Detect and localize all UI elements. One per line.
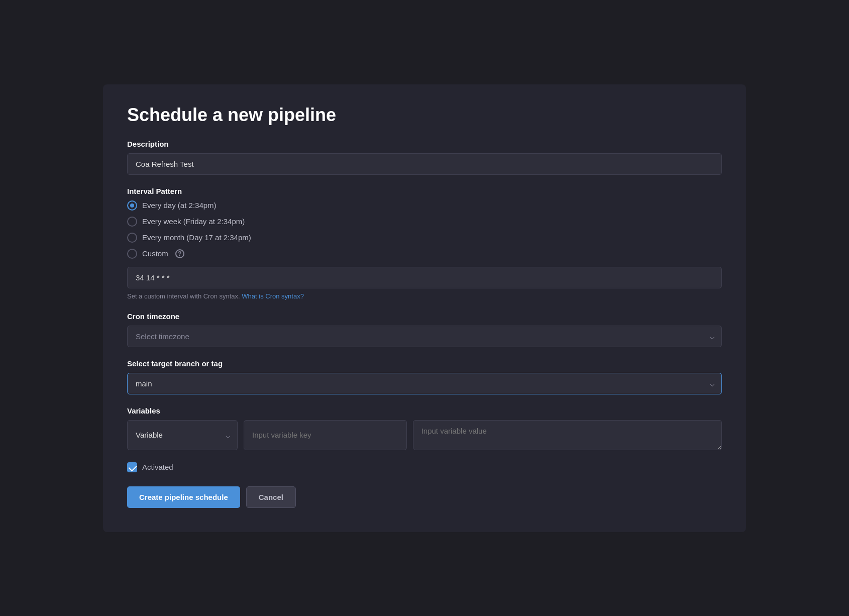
variable-key-input[interactable] [244,420,407,450]
radio-monthly[interactable] [127,233,137,243]
variables-label: Variables [127,406,722,415]
timezone-select-wrapper: Select timezone UTC America/New_York Ame… [127,326,722,347]
description-input[interactable] [127,153,722,175]
radio-item-daily[interactable]: Every day (at 2:34pm) [127,200,722,211]
cron-hint: Set a custom interval with Cron syntax. … [127,292,722,300]
radio-custom[interactable] [127,249,137,259]
radio-daily[interactable] [127,200,137,211]
radio-item-custom[interactable]: Custom ? [127,249,722,259]
interval-pattern-label: Interval Pattern [127,187,722,195]
interval-radio-group: Every day (at 2:34pm) Every week (Friday… [127,200,722,259]
schedule-pipeline-modal: Schedule a new pipeline Description Inte… [103,84,746,532]
radio-item-monthly[interactable]: Every month (Day 17 at 2:34pm) [127,233,722,243]
cron-syntax-link[interactable]: What is Cron syntax? [242,292,304,300]
radio-custom-label: Custom [142,249,168,258]
create-pipeline-button[interactable]: Create pipeline schedule [127,486,240,508]
cron-timezone-label: Cron timezone [127,312,722,321]
radio-weekly-label: Every week (Friday at 2:34pm) [142,217,245,226]
interval-pattern-section: Interval Pattern Every day (at 2:34pm) E… [127,187,722,300]
activated-label[interactable]: Activated [142,463,173,471]
page-title: Schedule a new pipeline [127,105,722,126]
cron-timezone-section: Cron timezone Select timezone UTC Americ… [127,312,722,347]
activated-checkbox[interactable] [127,462,137,472]
variables-section: Variables Variable File ⌵ [127,406,722,450]
cancel-button[interactable]: Cancel [246,486,296,508]
radio-daily-label: Every day (at 2:34pm) [142,201,217,210]
cron-input[interactable] [127,267,722,288]
buttons-row: Create pipeline schedule Cancel [127,486,722,508]
variables-row: Variable File ⌵ [127,420,722,450]
branch-select-wrapper: main develop staging ⌵ [127,373,722,394]
custom-help-icon: ? [175,249,184,258]
activated-row: Activated [127,462,722,472]
description-section: Description [127,140,722,175]
variable-type-wrapper: Variable File ⌵ [127,420,238,450]
variable-type-select[interactable]: Variable File [127,420,238,450]
radio-item-weekly[interactable]: Every week (Friday at 2:34pm) [127,217,722,227]
timezone-select[interactable]: Select timezone UTC America/New_York Ame… [127,326,722,347]
branch-section: Select target branch or tag main develop… [127,359,722,394]
radio-monthly-label: Every month (Day 17 at 2:34pm) [142,233,251,242]
description-label: Description [127,140,722,148]
branch-select[interactable]: main develop staging [127,373,722,394]
radio-weekly[interactable] [127,217,137,227]
variable-value-textarea[interactable] [413,420,722,450]
branch-label: Select target branch or tag [127,359,722,368]
